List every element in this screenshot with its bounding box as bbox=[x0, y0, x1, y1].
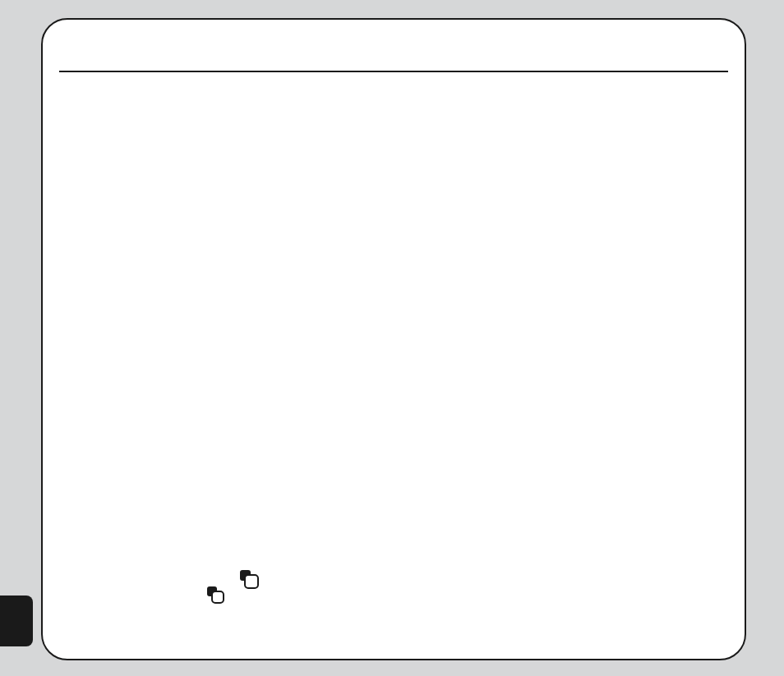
copy-icon bbox=[207, 586, 225, 605]
copy-icon-group bbox=[207, 570, 273, 611]
page-edge-tab bbox=[0, 596, 33, 646]
copy-icon bbox=[240, 570, 258, 588]
header-divider bbox=[59, 71, 728, 72]
page-card bbox=[41, 18, 746, 660]
